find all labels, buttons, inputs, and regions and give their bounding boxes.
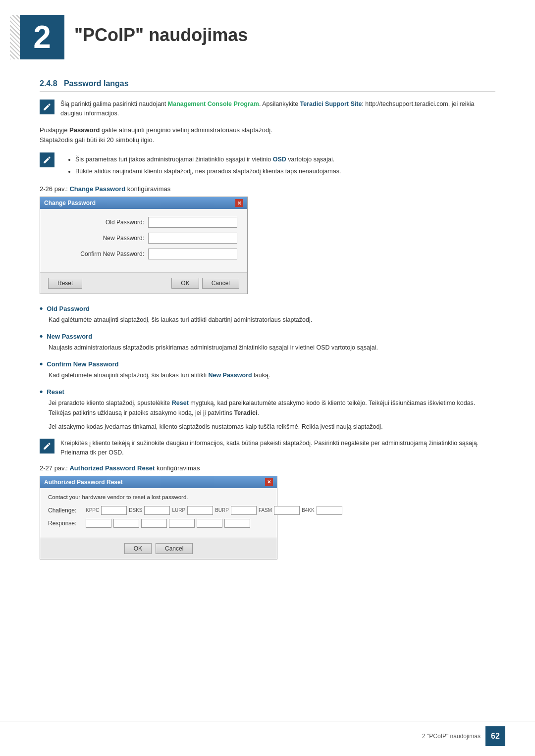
dialog1-title: Change Password — [44, 200, 96, 206]
dialog1-old-password-label: Old Password: — [75, 219, 144, 226]
response-input-5[interactable] — [197, 519, 222, 528]
dialog2-challenge-label: Challenge: — [48, 507, 83, 514]
challenge-input-3[interactable] — [187, 506, 213, 515]
dialog1-ok-cancel: OK Cancel — [171, 278, 239, 289]
body-text-password: Puslapyje Password galite atnaujinti įre… — [40, 125, 495, 146]
dialog1-ok-button[interactable]: OK — [171, 278, 199, 289]
dialog2-buttons: OK Cancel — [40, 538, 277, 559]
term-new-password-heading: • New Password — [40, 332, 495, 341]
dialog2-response-row: Response: — [48, 519, 269, 528]
dialog1-confirm-password-label: Confirm New Password: — [75, 251, 144, 257]
dialog1-new-password-input[interactable] — [148, 233, 237, 244]
dialog2-cancel-button[interactable]: Cancel — [156, 543, 193, 554]
term-old-password: • Old Password Kad galėtumėte atnaujinti… — [40, 304, 495, 325]
chapter-number: 2 — [20, 15, 64, 59]
challenge-input-1[interactable] — [101, 506, 127, 515]
dialog2-title: Authorized Password Reset — [44, 479, 123, 486]
dialog1-confirm-password-row: Confirm New Password: — [50, 249, 237, 259]
note-box-1: Šią parinktį galima pasirinkti naudojant… — [40, 100, 495, 118]
term-confirm-password-heading: • Confirm New Password — [40, 359, 495, 368]
dialog2-content: Contact your hardware vendor to reset a … — [40, 488, 277, 538]
dialog2-info-text: Contact your hardware vendor to reset a … — [48, 494, 269, 500]
note-icon-1 — [40, 100, 54, 114]
dialog1-content: Old Password: New Password: Confirm New … — [40, 209, 247, 272]
challenge-input-5[interactable] — [274, 506, 300, 515]
response-input-3[interactable] — [141, 519, 167, 528]
response-input-4[interactable] — [169, 519, 195, 528]
term-reset-heading: • Reset — [40, 387, 495, 396]
dialog-change-password: Change Password ✕ Old Password: New Pass… — [40, 197, 248, 294]
dialog2-response-label: Response: — [48, 520, 83, 527]
term-confirm-password-body: Kad galėtumėte atnaujinti slaptažodį, ši… — [49, 370, 495, 380]
dialog1-reset-button[interactable]: Reset — [48, 278, 82, 289]
note-box-2: Šis parametras turi įtakos administruoja… — [40, 151, 495, 178]
dialog1-old-password-row: Old Password: — [50, 217, 237, 228]
dialog2-challenge-fields: KPPC DSKS LURP BURP FASM B4KK — [86, 506, 342, 515]
footer-page-number: 62 — [485, 726, 505, 746]
challenge-input-6[interactable] — [317, 506, 342, 515]
footer-text: 2 "PCoIP" naudojimas — [422, 733, 481, 740]
dialog1-buttons: Reset OK Cancel — [40, 272, 247, 294]
page-header: 2 "PCoIP" naudojimas — [0, 0, 535, 69]
dialog2-titlebar: Authorized Password Reset ✕ — [40, 476, 277, 488]
figure1-caption: 2-26 pav.: Change Password konfigūravima… — [40, 185, 495, 193]
note-text-1: Šią parinktį galima pasirinkti naudojant… — [60, 100, 495, 118]
dialog1-close-button[interactable]: ✕ — [235, 199, 243, 207]
note-box-3: Kreipkitės į kliento teikėją ir sužinoki… — [40, 439, 495, 457]
term-old-password-heading: • Old Password — [40, 304, 495, 313]
dialog1-confirm-password-input[interactable] — [148, 249, 237, 259]
note-text-3: Kreipkitės į kliento teikėją ir sužinoki… — [60, 439, 495, 457]
challenge-input-4[interactable] — [231, 506, 257, 515]
dialog2-ok-button[interactable]: OK — [124, 543, 152, 554]
note-icon-3 — [40, 439, 54, 454]
challenge-input-2[interactable] — [144, 506, 170, 515]
dialog-authorized-reset: Authorized Password Reset ✕ Contact your… — [40, 476, 277, 559]
dialog1-titlebar: Change Password ✕ — [40, 197, 247, 209]
dialog2-challenge-row: Challenge: KPPC DSKS LURP BURP FASM B4KK — [48, 506, 269, 515]
note-icon-2 — [40, 152, 54, 167]
chapter-title: "PCoIP" naudojimas — [74, 15, 248, 46]
main-content: 2.4.8 Password langas Šią parinktį galim… — [0, 69, 535, 599]
dialog2-response-fields — [86, 519, 250, 528]
dialog1-old-password-input[interactable] — [148, 217, 237, 228]
response-input-6[interactable] — [224, 519, 250, 528]
term-reset: • Reset Jei praradote kliento slaptažodį… — [40, 387, 495, 432]
term-confirm-new-password: • Confirm New Password Kad galėtumėte at… — [40, 359, 495, 380]
term-reset-body2: Jei atsakymo kodas įvedamas tinkamai, kl… — [49, 422, 495, 432]
response-input-2[interactable] — [113, 519, 139, 528]
note-list-item-2: Būkite atidūs naujindami kliento slaptaž… — [75, 166, 341, 176]
response-input-1[interactable] — [86, 519, 111, 528]
section-heading: 2.4.8 Password langas — [40, 79, 495, 92]
dialog1-new-password-row: New Password: — [50, 233, 237, 244]
term-reset-body1: Jei praradote kliento slaptažodį, spuste… — [49, 398, 495, 418]
term-new-password-body: Naujasis administratoriaus slaptažodis p… — [49, 343, 495, 353]
figure2-caption: 2-27 pav.: Authorized Password Reset kon… — [40, 464, 495, 472]
page-footer: 2 "PCoIP" naudojimas 62 — [0, 721, 535, 746]
dialog1-cancel-button[interactable]: Cancel — [202, 278, 239, 289]
term-old-password-body: Kad galėtumėte atnaujinti slaptažodį, ši… — [49, 315, 495, 325]
note-list-2: Šis parametras turi įtakos administruoja… — [75, 154, 341, 178]
dialog1-new-password-label: New Password: — [75, 235, 144, 242]
dialog2-close-button[interactable]: ✕ — [265, 478, 273, 486]
note-list-item-1: Šis parametras turi įtakos administruoja… — [75, 154, 341, 164]
term-new-password: • New Password Naujasis administratoriau… — [40, 332, 495, 353]
